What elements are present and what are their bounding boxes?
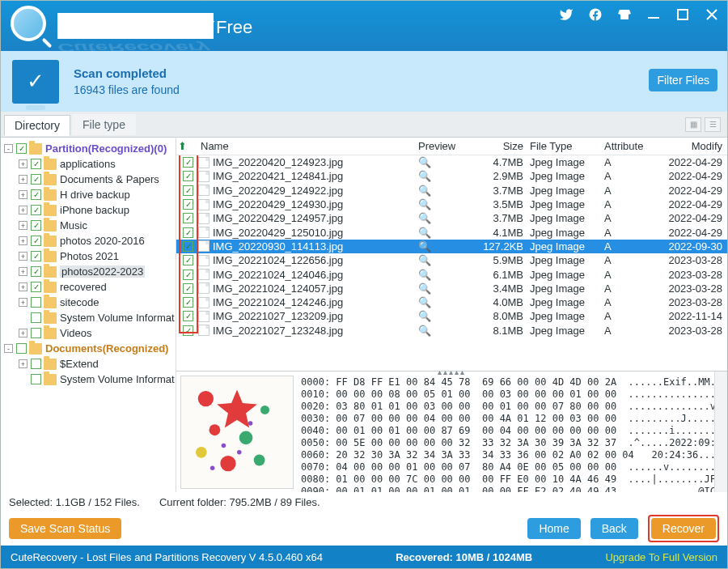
tree-checkbox[interactable]: ✓	[31, 189, 41, 200]
tab-file-type[interactable]: File type	[72, 114, 136, 135]
row-checkbox[interactable]: ✓	[183, 185, 193, 196]
tab-directory[interactable]: Directory	[4, 115, 70, 136]
row-checkbox[interactable]: ✓	[183, 283, 193, 294]
filter-files-button[interactable]: Filter Files	[649, 69, 717, 91]
table-row[interactable]: ✓IMG_20220420_124923.jpg🔍4.7MBJpeg Image…	[176, 155, 727, 169]
upgrade-link[interactable]: Upgrade To Full Version	[605, 551, 717, 563]
col-modify[interactable]: Modify	[661, 140, 727, 152]
table-row[interactable]: ✓IMG_20220421_124841.jpg🔍2.9MBJpeg Image…	[176, 169, 727, 183]
row-preview-icon[interactable]: 🔍	[418, 240, 473, 253]
row-checkbox[interactable]: ✓	[183, 297, 193, 308]
col-size[interactable]: Size	[473, 140, 530, 152]
tree-checkbox[interactable]: ✓	[31, 374, 41, 384]
recover-button[interactable]: Recover	[651, 518, 716, 539]
tree-checkbox[interactable]: ✓	[31, 359, 41, 369]
tree-item[interactable]: +✓photos 2020-2016	[1, 233, 176, 248]
facebook-icon[interactable]	[588, 7, 603, 22]
row-checkbox[interactable]: ✓	[183, 199, 193, 210]
tree-checkbox[interactable]: ✓	[31, 328, 41, 338]
tree-item[interactable]: +✓recovered	[1, 279, 176, 295]
save-scan-button[interactable]: Save Scan Status	[9, 518, 121, 539]
row-checkbox[interactable]: ✓	[183, 311, 193, 321]
table-row[interactable]: ✓IMG_20221024_124057.jpg🔍3.4MBJpeg Image…	[176, 282, 727, 295]
row-preview-icon[interactable]: 🔍	[418, 325, 473, 337]
table-row[interactable]: ✓IMG_20220930_114113.jpg🔍127.2KBJpeg Ima…	[176, 240, 727, 253]
tree-toggle-icon[interactable]: +	[19, 190, 28, 199]
row-preview-icon[interactable]: 🔍	[418, 185, 473, 197]
col-name[interactable]: Name	[199, 140, 418, 152]
col-attribute[interactable]: Attribute	[604, 140, 661, 152]
tree-item[interactable]: +✓Music	[1, 218, 176, 233]
tree-toggle-icon[interactable]: +	[19, 159, 28, 168]
table-row[interactable]: ✓IMG_20220429_124930.jpg🔍3.5MBJpeg Image…	[176, 197, 727, 211]
file-table[interactable]: ✓IMG_20220420_124923.jpg🔍4.7MBJpeg Image…	[176, 155, 727, 371]
row-preview-icon[interactable]: 🔍	[418, 212, 473, 224]
col-preview[interactable]: Preview	[418, 140, 473, 152]
tree-item[interactable]: +✓Photos 2021	[1, 248, 176, 264]
row-checkbox[interactable]: ✓	[183, 270, 193, 280]
table-row[interactable]: ✓IMG_20221024_124046.jpg🔍6.1MBJpeg Image…	[176, 267, 727, 281]
tree-item[interactable]: ✓System Volume Informat	[1, 310, 176, 325]
row-preview-icon[interactable]: 🔍	[418, 156, 473, 168]
tree-toggle-icon[interactable]: +	[19, 252, 28, 261]
row-preview-icon[interactable]: 🔍	[418, 269, 473, 281]
tree-checkbox[interactable]: ✓	[31, 159, 41, 169]
up-arrow-icon[interactable]: ⬆	[178, 140, 189, 153]
tree-checkbox[interactable]: ✓	[31, 205, 41, 215]
tree-toggle-icon[interactable]: -	[4, 344, 13, 353]
home-button[interactable]: Home	[527, 518, 580, 539]
skin-icon[interactable]	[617, 7, 632, 22]
row-preview-icon[interactable]: 🔍	[418, 296, 473, 308]
table-row[interactable]: ✓IMG_20220429_124957.jpg🔍3.7MBJpeg Image…	[176, 211, 727, 225]
tree-toggle-icon[interactable]: +	[19, 329, 28, 338]
minimize-icon[interactable]	[646, 7, 661, 22]
tree-item[interactable]: +✓photos2022-2023	[1, 264, 176, 279]
tree-checkbox[interactable]: ✓	[16, 343, 27, 354]
tree-item[interactable]: +✓H drive backup	[1, 187, 176, 202]
row-checkbox[interactable]: ✓	[183, 325, 193, 336]
row-checkbox[interactable]: ✓	[183, 241, 193, 252]
tree-toggle-icon[interactable]: +	[19, 267, 28, 276]
table-row[interactable]: ✓IMG_20221024_124246.jpg🔍4.0MBJpeg Image…	[176, 295, 727, 309]
table-row[interactable]: ✓IMG_20220429_124922.jpg🔍3.7MBJpeg Image…	[176, 184, 727, 197]
tree-checkbox[interactable]: ✓	[31, 282, 41, 292]
row-preview-icon[interactable]: 🔍	[418, 254, 473, 266]
row-checkbox[interactable]: ✓	[183, 157, 193, 168]
list-view-icon[interactable]: ☰	[705, 117, 721, 132]
tree-checkbox[interactable]: ✓	[31, 297, 41, 308]
tree-item[interactable]: +✓Documents & Papers	[1, 172, 176, 187]
tree-checkbox[interactable]: ✓	[31, 220, 41, 231]
table-row[interactable]: ✓IMG_20221024_122656.jpg🔍5.9MBJpeg Image…	[176, 253, 727, 267]
row-checkbox[interactable]: ✓	[183, 213, 193, 223]
col-type[interactable]: File Type	[530, 140, 604, 152]
tree-item[interactable]: +✓sitecode	[1, 295, 176, 310]
tree-checkbox[interactable]: ✓	[31, 236, 41, 246]
tree-checkbox[interactable]: ✓	[31, 266, 41, 277]
tree-toggle-icon[interactable]: -	[4, 144, 13, 153]
close-icon[interactable]	[705, 7, 719, 22]
row-preview-icon[interactable]: 🔍	[418, 227, 473, 239]
tree-item[interactable]: +✓applications	[1, 156, 176, 172]
tree-toggle-icon[interactable]: +	[19, 236, 28, 245]
tree-checkbox[interactable]: ✓	[16, 143, 27, 154]
row-preview-icon[interactable]: 🔍	[418, 282, 473, 295]
tree-toggle-icon[interactable]: +	[19, 298, 28, 307]
tree-toggle-icon[interactable]: +	[19, 175, 28, 184]
tree-toggle-icon[interactable]: +	[19, 206, 28, 214]
directory-tree[interactable]: -✓Partition(Recognized)(0)+✓applications…	[1, 138, 176, 492]
table-row[interactable]: ✓IMG_20221027_123209.jpg🔍8.0MBJpeg Image…	[176, 309, 727, 323]
row-preview-icon[interactable]: 🔍	[418, 198, 473, 210]
maximize-icon[interactable]	[675, 7, 690, 22]
tree-checkbox[interactable]: ✓	[31, 174, 41, 185]
tree-item[interactable]: -✓Documents(Recognized)	[1, 341, 176, 356]
row-preview-icon[interactable]: 🔍	[418, 310, 473, 322]
row-checkbox[interactable]: ✓	[183, 171, 193, 181]
twitter-icon[interactable]	[559, 7, 574, 22]
tree-toggle-icon[interactable]: +	[19, 282, 28, 291]
tree-item[interactable]: +✓Videos	[1, 325, 176, 341]
tree-item[interactable]: +✓iPhone backup	[1, 202, 176, 218]
tree-item[interactable]: +✓$Extend	[1, 356, 176, 372]
row-checkbox[interactable]: ✓	[183, 255, 193, 265]
tree-toggle-icon[interactable]: +	[19, 221, 28, 230]
row-preview-icon[interactable]: 🔍	[418, 170, 473, 182]
